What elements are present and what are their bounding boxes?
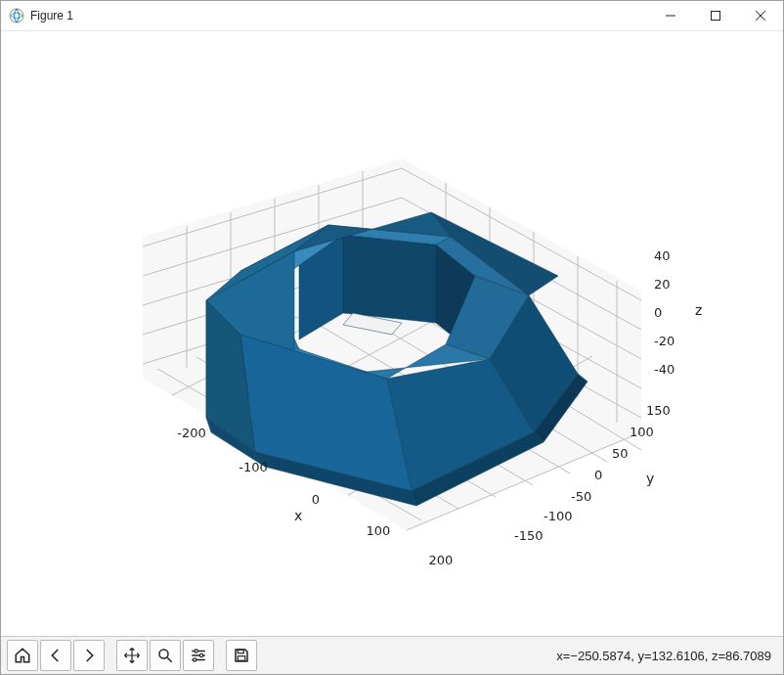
x-tick-100: 100 <box>367 523 391 538</box>
move-icon <box>123 647 141 664</box>
z-tick-40: 40 <box>654 248 671 263</box>
z-tick-20: 20 <box>654 277 671 292</box>
navigation-toolbar: x=−250.5874, y=132.6106, z=86.7089 <box>1 636 783 674</box>
cursor-coordinates: x=−250.5874, y=132.6106, z=86.7089 <box>556 649 777 663</box>
sliders-icon <box>190 647 207 664</box>
y-tick--150: -150 <box>514 528 544 543</box>
arrow-right-icon <box>80 647 98 664</box>
y-tick--50: -50 <box>571 489 591 504</box>
plot-area[interactable]: -200 -100 0 100 200 x -150 -100 -50 0 50… <box>1 31 783 636</box>
configure-subplots-button[interactable] <box>183 640 214 671</box>
window-title: Figure 1 <box>30 9 73 22</box>
close-button[interactable] <box>738 1 783 30</box>
maximize-button[interactable] <box>693 1 738 30</box>
forward-button[interactable] <box>73 640 105 671</box>
close-icon <box>756 11 765 21</box>
save-icon <box>233 647 250 664</box>
y-tick-100: 100 <box>630 425 654 439</box>
maximize-icon <box>711 11 720 21</box>
save-button[interactable] <box>226 640 257 671</box>
z-tick-0: 0 <box>654 305 662 320</box>
x-tick--100: -100 <box>239 460 268 474</box>
titlebar: Figure 1 <box>1 1 783 31</box>
y-tick-0: 0 <box>594 468 602 482</box>
z-tick--20: -20 <box>654 334 675 348</box>
home-icon <box>14 647 31 664</box>
x-tick--200: -200 <box>177 426 206 440</box>
figure-window: Figure 1 <box>0 0 784 675</box>
pan-button[interactable] <box>116 640 148 671</box>
svg-line-61 <box>167 657 172 662</box>
svg-rect-69 <box>238 656 245 661</box>
home-button[interactable] <box>7 640 38 671</box>
minimize-icon <box>666 11 675 21</box>
svg-point-67 <box>194 658 196 661</box>
zoom-button[interactable] <box>150 640 181 671</box>
back-button[interactable] <box>40 640 71 671</box>
svg-point-65 <box>199 653 202 656</box>
svg-point-63 <box>195 650 197 652</box>
svg-rect-2 <box>712 12 720 21</box>
z-tick-labels: -40 -20 0 20 40 <box>654 248 675 377</box>
x-axis-label: x <box>294 508 302 523</box>
arrow-left-icon <box>47 647 65 664</box>
svg-point-60 <box>159 650 168 658</box>
svg-rect-68 <box>238 650 243 653</box>
x-tick-0: 0 <box>312 492 320 507</box>
app-icon <box>9 8 24 23</box>
z-tick--40: -40 <box>654 362 675 377</box>
y-tick-150: 150 <box>646 403 671 418</box>
svg-point-0 <box>10 9 23 22</box>
y-tick--100: -100 <box>544 509 573 523</box>
zoom-icon <box>156 647 174 664</box>
svg-marker-37 <box>343 235 436 323</box>
y-axis-label: y <box>646 471 654 486</box>
x-tick-200: 200 <box>429 553 454 567</box>
axes-3d[interactable]: -200 -100 0 100 200 x -150 -100 -50 0 50… <box>1 31 783 636</box>
minimize-button[interactable] <box>648 1 693 30</box>
z-axis-label: z <box>695 302 702 318</box>
y-tick-50: 50 <box>612 446 629 461</box>
